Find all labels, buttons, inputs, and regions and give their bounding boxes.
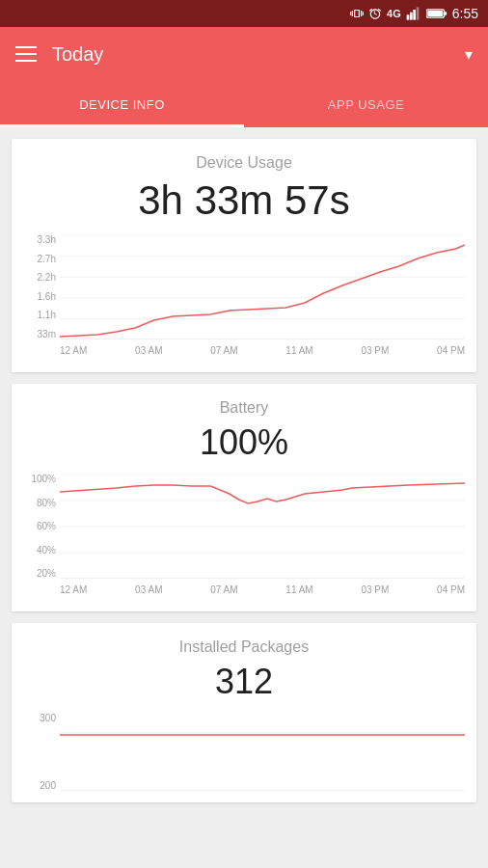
- tab-bar: DEVICE INFO APP USAGE: [0, 81, 488, 127]
- packages-title: Installed Packages: [23, 638, 465, 656]
- x-label-3am: 03 AM: [135, 345, 162, 356]
- battery-icon: [426, 7, 447, 20]
- battery-svg: [60, 475, 465, 579]
- y-label-100: 100%: [31, 475, 56, 484]
- signal-icon: [406, 7, 421, 20]
- y-label-80: 80%: [37, 499, 56, 508]
- vibrate-icon: [350, 7, 364, 20]
- battery-card: Battery 100% 100% 80% 60% 40% 20%: [12, 384, 476, 611]
- hamburger-menu[interactable]: [15, 46, 37, 62]
- y-label-3: 2.2h: [38, 273, 56, 283]
- bluetooth-icon: [332, 7, 345, 20]
- x-label-b-12am: 12 AM: [60, 584, 87, 595]
- svg-rect-0: [406, 14, 409, 19]
- y-axis-battery: 100% 80% 60% 40% 20%: [23, 475, 60, 579]
- svg-rect-2: [413, 10, 416, 20]
- x-label-b-3am: 03 AM: [135, 584, 162, 595]
- y-label-40: 40%: [37, 546, 56, 556]
- y-label-2: 2.7h: [38, 255, 56, 264]
- alarm-icon: [368, 7, 382, 20]
- x-label-11am: 11 AM: [285, 345, 312, 356]
- x-label-4pm: 04 PM: [437, 345, 465, 356]
- y-label-1: 3.3h: [38, 235, 56, 245]
- battery-title: Battery: [23, 399, 465, 417]
- x-label-b-7am: 07 AM: [210, 584, 237, 595]
- x-label-7am: 07 AM: [210, 345, 237, 356]
- packages-value: 312: [23, 662, 465, 702]
- y-label-4: 1.6h: [38, 292, 56, 302]
- x-axis-device: 12 AM 03 AM 07 AM 11 AM 03 PM 04 PM: [60, 339, 465, 361]
- svg-rect-6: [427, 11, 443, 16]
- chart-area-battery: [60, 475, 465, 579]
- chart-area-packages: [60, 714, 465, 791]
- x-axis-battery: 12 AM 03 AM 07 AM 11 AM 03 PM 04 PM: [60, 579, 465, 600]
- device-usage-svg: [60, 235, 465, 339]
- chart-area-device: [60, 235, 465, 339]
- device-usage-card: Device Usage 3h 33m 57s 3.3h 2.7h 2.2h 1…: [12, 139, 476, 372]
- device-usage-title: Device Usage: [23, 154, 465, 172]
- y-axis-device: 3.3h 2.7h 2.2h 1.6h 1.1h 33m: [23, 235, 60, 339]
- y-label-300: 300: [40, 714, 56, 723]
- packages-chart: 300 200: [23, 714, 465, 791]
- app-header: Today ▾: [0, 27, 488, 81]
- status-time: 6:55: [452, 6, 478, 21]
- main-content: Device Usage 3h 33m 57s 3.3h 2.7h 2.2h 1…: [0, 127, 488, 868]
- installed-packages-card: Installed Packages 312 300 200: [12, 623, 476, 802]
- x-label-12am: 12 AM: [60, 345, 87, 356]
- svg-rect-3: [416, 7, 419, 19]
- status-icons: 4G 6:55: [332, 6, 478, 21]
- device-usage-value: 3h 33m 57s: [23, 177, 465, 224]
- y-label-5: 1.1h: [38, 311, 56, 320]
- x-label-3pm: 03 PM: [361, 345, 389, 356]
- packages-svg: [60, 714, 465, 791]
- x-label-b-3pm: 03 PM: [361, 584, 389, 595]
- status-bar: 4G 6:55: [0, 0, 488, 27]
- battery-chart: 100% 80% 60% 40% 20% 12 AM: [23, 475, 465, 600]
- network-icon: 4G: [387, 8, 401, 19]
- battery-value: 100%: [23, 422, 465, 463]
- y-label-200: 200: [40, 781, 56, 791]
- device-usage-chart: 3.3h 2.7h 2.2h 1.6h 1.1h 33m: [23, 235, 465, 361]
- dropdown-arrow-icon[interactable]: ▾: [465, 45, 473, 64]
- svg-rect-5: [444, 12, 447, 14]
- x-label-b-11am: 11 AM: [285, 584, 312, 595]
- x-label-b-4pm: 04 PM: [437, 584, 465, 595]
- y-label-60: 60%: [37, 522, 56, 531]
- tab-app-usage[interactable]: APP USAGE: [244, 81, 488, 127]
- y-axis-packages: 300 200: [23, 714, 60, 791]
- y-label-20: 20%: [37, 569, 56, 579]
- header-title: Today: [52, 43, 449, 66]
- y-label-6: 33m: [38, 330, 56, 339]
- tab-device-info[interactable]: DEVICE INFO: [0, 81, 244, 127]
- svg-rect-1: [410, 13, 413, 20]
